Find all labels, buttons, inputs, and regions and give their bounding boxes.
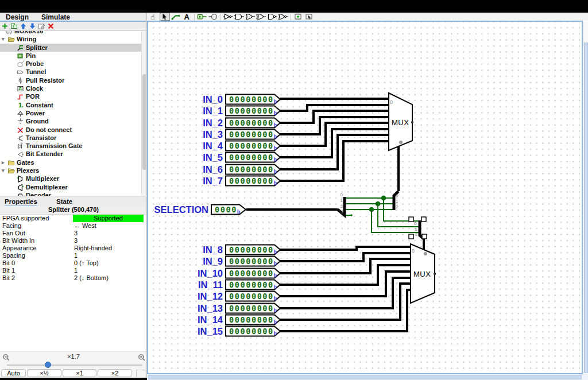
- move-up-icon[interactable]: [20, 22, 27, 30]
- canvas-vertical-scrollbar[interactable]: [583, 22, 588, 374]
- attribute-value[interactable]: ← West: [73, 222, 147, 230]
- mux-output-port[interactable]: [434, 273, 436, 275]
- tree-expander-open-icon[interactable]: ▾: [2, 166, 5, 175]
- delete-icon[interactable]: [47, 22, 55, 30]
- xor-gate-tool-icon[interactable]: [256, 13, 266, 21]
- input-pin-IN_5[interactable]: IN_500000000b: [203, 152, 280, 163]
- input-pin-IN_6[interactable]: IN_600000000b: [203, 164, 280, 175]
- tree-item-tunnel[interactable]: Tunnel: [0, 68, 141, 76]
- tree-item-demultiplexer[interactable]: Demultiplexer: [0, 183, 141, 191]
- bus-wire[interactable]: [280, 247, 411, 250]
- mux-output-port[interactable]: [411, 121, 413, 123]
- canvas-horizontal-scrollbar-thumb[interactable]: [148, 375, 582, 379]
- input-pin-IN_0[interactable]: IN_000000000b: [203, 94, 280, 105]
- attribute-value[interactable]: 3: [73, 230, 147, 237]
- zoom-slider-track[interactable]: [7, 365, 142, 366]
- input-pin-IN_1[interactable]: IN_100000000b: [203, 106, 280, 117]
- attribute-value[interactable]: 1: [73, 252, 147, 259]
- tree-item-splitter[interactable]: Splitter: [0, 44, 141, 52]
- input-pin-IN_12[interactable]: IN_1200000000b: [198, 291, 280, 302]
- tree-item-pull-resistor[interactable]: Pull Resistor: [0, 76, 141, 84]
- attribute-value[interactable]: 0 (↑ Top): [73, 259, 147, 267]
- edit-icon[interactable]: [38, 22, 45, 30]
- not-gate-tool-icon[interactable]: [223, 13, 234, 21]
- wiring-tool-icon[interactable]: [171, 13, 181, 21]
- add-circuit-icon[interactable]: [1, 22, 9, 30]
- tree-item-mux8x16[interactable]: MUX8X16: [0, 30, 141, 35]
- tree-item-plexers[interactable]: ▾Plexers: [0, 166, 141, 175]
- tree-item-bit-extender[interactable]: Bit Extender: [0, 150, 141, 158]
- tree-item-gates[interactable]: ▸Gates: [0, 158, 141, 166]
- bus-wire[interactable]: [280, 265, 411, 285]
- mux-1[interactable]: MUX0: [411, 244, 436, 303]
- attribute-value[interactable]: 1: [73, 267, 147, 274]
- zoom-button--1[interactable]: ×1: [63, 369, 96, 377]
- tree-item-multiplexer[interactable]: Multiplexer: [0, 175, 141, 183]
- attribute-value[interactable]: 3: [73, 237, 147, 245]
- tree-item-clock[interactable]: Clock: [0, 84, 141, 92]
- tree-item-pin[interactable]: Pin: [0, 52, 141, 60]
- zoom-in-icon[interactable]: [138, 353, 145, 360]
- mux-enable-port[interactable]: [424, 252, 427, 255]
- tree-item-transmission-gate[interactable]: Transmission Gate: [0, 142, 141, 150]
- zoom-button--[interactable]: ×½: [27, 369, 61, 377]
- tree-expander-open-icon[interactable]: ▾: [2, 35, 5, 43]
- mux-enable-port[interactable]: [399, 141, 403, 144]
- attribute-value[interactable]: 2 (↓ Bottom): [73, 274, 147, 282]
- and-gate-tool-icon[interactable]: [234, 13, 245, 21]
- panel-resize-corner[interactable]: [136, 370, 145, 377]
- input-pin-IN_15[interactable]: IN_1500000000b: [198, 326, 280, 337]
- input-pin-IN_3[interactable]: IN_300000000b: [203, 129, 280, 140]
- bus-wire[interactable]: [280, 135, 389, 169]
- nor-gate-tool-icon[interactable]: [278, 13, 288, 21]
- input-pin-IN_10[interactable]: IN_1000000000b: [198, 268, 280, 279]
- input-pin-IN_13[interactable]: IN_1300000000b: [198, 303, 280, 314]
- selection-handle[interactable]: [409, 234, 413, 239]
- zoom-slider-thumb[interactable]: [45, 362, 51, 368]
- tree-item-power[interactable]: Power: [0, 109, 141, 117]
- tab-design[interactable]: Design: [6, 13, 29, 21]
- load-library-icon[interactable]: [10, 22, 18, 30]
- circuit-canvas[interactable]: 0123012012IN_000000000bIN_100000000bIN_2…: [148, 22, 582, 373]
- tree-item-ground[interactable]: Ground: [0, 117, 141, 125]
- zoom-button--2[interactable]: ×2: [98, 369, 132, 377]
- input-pin-IN_11[interactable]: IN_1100000000b: [198, 280, 280, 290]
- tree-item-constant[interactable]: 1Constant: [0, 101, 141, 109]
- canvas-vertical-scrollbar-thumb[interactable]: [584, 42, 588, 373]
- poke-tool-icon[interactable]: ☝: [149, 13, 159, 21]
- bus-wire[interactable]: [280, 141, 389, 181]
- move-down-icon[interactable]: [29, 22, 36, 30]
- bus-wire[interactable]: [280, 117, 389, 134]
- input-pin-IN_8[interactable]: IN_800000000b: [203, 245, 280, 255]
- input-pin-IN_2[interactable]: IN_200000000b: [203, 118, 280, 129]
- zoom-slider[interactable]: [0, 360, 147, 369]
- nand-gate-tool-icon[interactable]: [267, 13, 277, 21]
- input-pin-IN_9[interactable]: IN_900000000b: [203, 256, 280, 267]
- add-circuit-tool-icon[interactable]: [293, 13, 304, 21]
- tree-item-transistor[interactable]: Transistor: [0, 134, 141, 142]
- selection-handle[interactable]: [409, 217, 413, 222]
- bus-wire[interactable]: [280, 278, 411, 308]
- input-pin-IN_7[interactable]: IN_700000000b: [203, 176, 280, 187]
- input-pin-tool-icon[interactable]: [197, 13, 207, 21]
- panel-canvas-divider[interactable]: [146, 13, 147, 378]
- tab-simulate[interactable]: Simulate: [41, 13, 70, 21]
- input-pin-IN_14[interactable]: IN_1400000000b: [198, 315, 280, 325]
- text-tool-icon[interactable]: A: [181, 13, 192, 21]
- attribute-value[interactable]: Supported: [73, 215, 144, 222]
- component-tree[interactable]: MUX8X16▾WiringSplitterPinProbeTunnelPull…: [0, 30, 141, 196]
- selection-handle[interactable]: [421, 217, 426, 222]
- edit-tool-icon[interactable]: [160, 13, 170, 21]
- zoom-button-auto[interactable]: Auto: [1, 369, 26, 377]
- attribute-value[interactable]: Right-handed: [73, 245, 147, 252]
- or-gate-tool-icon[interactable]: [245, 13, 256, 21]
- bus-wire[interactable]: [280, 253, 411, 261]
- tree-expander-closed-icon[interactable]: ▸: [2, 158, 5, 166]
- input-pin-IN_4[interactable]: IN_400000000b: [203, 141, 280, 152]
- edit-appearance-tool-icon[interactable]: [304, 13, 315, 21]
- canvas-horizontal-scrollbar[interactable]: [147, 374, 588, 380]
- tab-properties[interactable]: Properties: [5, 198, 37, 207]
- selection-handle[interactable]: [422, 234, 427, 239]
- circuit-drawing[interactable]: 0123012012IN_000000000bIN_100000000bIN_2…: [148, 22, 582, 373]
- bus-wire[interactable]: [280, 284, 411, 320]
